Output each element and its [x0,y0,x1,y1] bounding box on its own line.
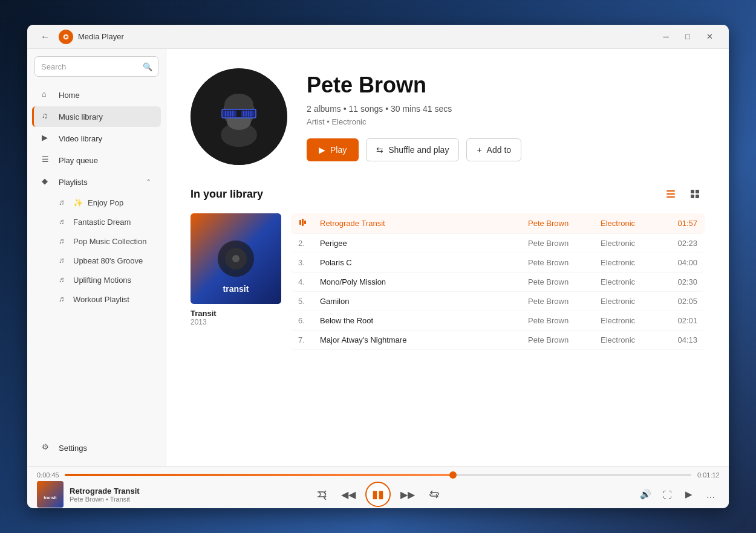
volume-icon[interactable]: 🔊 [637,486,654,503]
playlist-icon: ♬ [59,294,68,304]
pause-button[interactable]: ▮▮ [365,482,391,507]
now-playing-thumb: transit [37,481,64,508]
next-button[interactable]: ▶▶ [398,485,417,504]
track-genre: Electronic [601,219,667,228]
view-toggles [661,184,705,204]
track-duration: 04:13 [667,335,697,344]
playlist-item-enjoy-pop[interactable]: ♬ ✨ Enjoy Pop [32,193,161,212]
library-section: In your library [191,184,705,350]
sidebar: 🔍 ⌂ Home ♫ Music library ▶ Video library… [27,49,166,466]
table-row[interactable]: Retrograde Transit Pete Brown Electronic… [291,213,705,234]
minimize-button[interactable]: ─ [656,28,676,45]
progress-bar[interactable] [65,474,691,476]
now-playing-info: Retrograde Transit Pete Brown • Transit [70,486,170,503]
playlist-item-fantastic-dream[interactable]: ♬ Fantastic Dream [32,213,161,231]
playing-icon [298,218,307,227]
playlist-item-upbeat-80s-groove[interactable]: ♬ Upbeat 80's Groove [32,251,161,270]
previous-button[interactable]: ◀◀ [339,485,358,504]
playlist-item-uplifting-motions[interactable]: ♬ Uplifting Motions [32,271,161,289]
track-name: Retrograde Transit [320,219,528,228]
play-button[interactable]: ▶ Play [307,138,359,161]
svg-rect-21 [691,190,694,193]
fullscreen-button[interactable]: ⛶ [659,486,676,503]
track-duration: 02:30 [667,277,697,286]
table-row[interactable]: 6. Below the Root Pete Brown Electronic … [291,311,705,331]
table-row[interactable]: 2. Perigee Pete Brown Electronic 02:23 [291,234,705,253]
playlist-label: Pop Music Collection [73,237,146,246]
time-current: 0:00:45 [37,471,59,479]
sparkle-icon: ✨ [73,198,83,207]
add-to-button[interactable]: + Add to [466,138,521,161]
playlist-icon: ♬ [59,275,68,285]
sidebar-item-music-library[interactable]: ♫ Music library [32,106,161,127]
svg-rect-8 [223,111,236,117]
albums-count: 2 albums [307,104,341,114]
shuffle-play-button[interactable]: ⇆ Shuffle and play [366,138,459,161]
table-row[interactable]: 7. Major Atway's Nightmare Pete Brown El… [291,331,705,350]
shuffle-icon: ⇆ [376,145,383,155]
table-row[interactable]: 5. Gamilon Pete Brown Electronic 02:05 [291,292,705,311]
close-button[interactable]: ✕ [700,28,719,45]
settings-area: ⚙ Settings [27,437,166,459]
sidebar-item-settings[interactable]: ⚙ Settings [32,438,161,458]
track-duration: 01:57 [667,219,697,228]
back-button[interactable]: ← [37,28,54,45]
album-title: Transit [191,309,281,318]
shuffle-button[interactable] [312,485,331,504]
track-artist: Pete Brown [528,316,601,325]
now-playing-title: Retrograde Transit [70,486,170,496]
artist-genre: Artist • Electronic [307,117,705,126]
sidebar-item-video-library[interactable]: ▶ Video library [32,128,161,149]
album-card[interactable]: transit Transit 2013 [191,213,281,350]
track-artist: Pete Brown [528,239,601,248]
play-label: Play [330,145,347,155]
track-duration: 04:00 [667,258,697,267]
track-number: 2. [298,239,320,248]
track-artist: Pete Brown [528,297,601,306]
sidebar-item-home[interactable]: ⌂ Home [32,85,161,105]
track-number: 7. [298,335,320,344]
search-input[interactable] [41,62,143,71]
list-view-button[interactable] [661,184,680,204]
miniplayer-button[interactable]: ▶ [680,486,697,503]
repeat-icon [429,489,440,500]
svg-rect-23 [691,195,694,198]
songs-count: 11 songs [349,104,383,114]
svg-rect-32 [304,221,306,224]
table-row[interactable]: 3. Polaris C Pete Brown Electronic 04:00 [291,253,705,273]
sidebar-item-play-queue[interactable]: ☰ Play queue [32,150,161,170]
playlist-item-workout-playlist[interactable]: ♬ Workout Playlist [32,290,161,308]
svg-rect-22 [696,190,699,193]
artist-info: Pete Brown 2 albums • 11 songs • 30 mins… [307,73,705,161]
playlist-label: Workout Playlist [73,295,129,304]
sidebar-item-label: Home [59,91,151,100]
track-number: 5. [298,297,320,306]
maximize-button[interactable]: □ [678,28,697,45]
playlists-section-header[interactable]: ◆ Playlists ⌃ [32,172,161,192]
artist-header: Pete Brown 2 albums • 11 songs • 30 mins… [191,68,705,165]
track-genre: Electronic [601,335,667,344]
app-title: Media Player [78,32,656,41]
window-controls: ─ □ ✕ [656,28,719,45]
table-row[interactable]: 4. Mono/Poly Mission Pete Brown Electron… [291,273,705,292]
repeat-button[interactable] [425,485,444,504]
track-genre: Electronic [601,297,667,306]
track-genre: Electronic [601,316,667,325]
search-box[interactable]: 🔍 [34,56,158,77]
track-artist: Pete Brown [528,277,601,286]
duration: 30 mins 41 secs [391,104,452,114]
add-label: Add to [487,145,511,155]
grid-view-button[interactable] [685,184,705,204]
more-options-button[interactable]: … [702,486,719,503]
player-controls-row: transit Retrograde Transit Pete Brown • … [37,481,719,508]
svg-text:transit: transit [223,284,249,294]
track-list: Retrograde Transit Pete Brown Electronic… [291,213,705,350]
playlist-item-pop-music-collection[interactable]: ♬ Pop Music Collection [32,232,161,250]
time-total: 0:01:12 [697,471,719,479]
playback-controls: ◀◀ ▮▮ ▶▶ [172,482,584,507]
svg-point-28 [232,255,240,262]
queue-icon: ☰ [42,155,53,166]
library-content: transit Transit 2013 Retrograde Transit … [191,213,705,350]
album-art: transit [191,213,281,304]
album-cover: transit [191,213,281,304]
